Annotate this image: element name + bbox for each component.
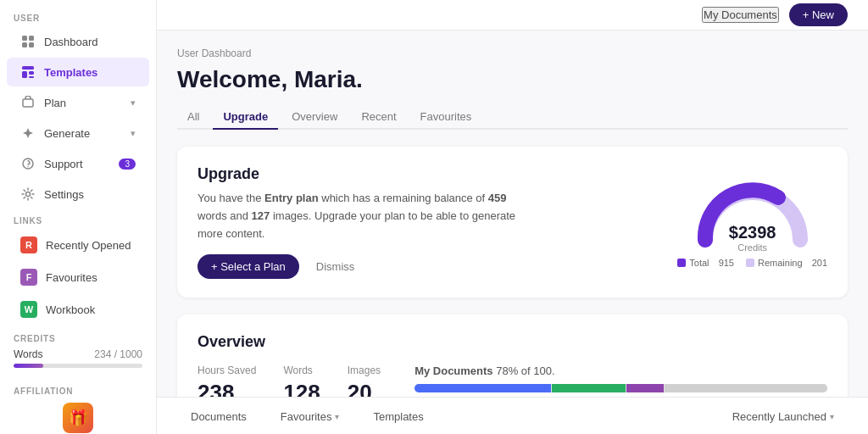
legend-total-dot	[677, 259, 686, 267]
stat-value: 20	[348, 380, 381, 397]
svg-point-10	[27, 166, 28, 167]
sidebar-item-recently-opened[interactable]: R Recently Opened	[7, 230, 149, 260]
sidebar-item-label: Templates	[44, 66, 97, 79]
pb-image	[552, 384, 626, 392]
chevron-down-icon: ▾	[131, 128, 136, 139]
donut-center: $2398 Credits	[729, 223, 776, 253]
pb-other	[665, 384, 827, 392]
donut-legend: Total 915 Remaining 201	[677, 258, 827, 268]
top-bar: My Documents + New	[157, 0, 868, 31]
tab-favourites[interactable]: Favourites	[410, 105, 482, 130]
svg-rect-3	[29, 42, 34, 47]
avatar-w: W	[20, 301, 37, 318]
avatar-r: R	[20, 236, 37, 253]
svg-rect-6	[29, 71, 34, 75]
chevron-down-icon: ▾	[830, 412, 834, 421]
svg-rect-5	[22, 71, 27, 78]
upgrade-card: Upgrade You have the Entry plan which ha…	[177, 147, 848, 298]
upgrade-title: Upgrade	[198, 165, 643, 183]
bottom-tab-documents[interactable]: Documents	[174, 398, 264, 434]
legend-remaining: Remaining 201	[746, 258, 827, 268]
tab-recent[interactable]: Recent	[351, 105, 406, 130]
bottom-tab-favourites[interactable]: Favourites ▾	[264, 398, 357, 434]
progress-bar	[415, 384, 827, 392]
tab-overview[interactable]: Overview	[281, 105, 348, 130]
legend-remaining-value: 201	[812, 258, 827, 268]
tab-upgrade[interactable]: Upgrade	[213, 105, 278, 130]
svg-rect-4	[22, 66, 34, 70]
chevron-down-icon: ▾	[335, 412, 339, 421]
my-documents-button[interactable]: My Documents	[702, 7, 779, 23]
new-button[interactable]: + New	[789, 3, 848, 26]
sidebar-settings-label: Settings	[44, 188, 84, 201]
bottom-tab-recently-launched[interactable]: Recently Launched ▾	[715, 398, 851, 434]
bottom-tab-favourites-label: Favourites	[281, 410, 332, 423]
legend-total-value: 915	[719, 258, 734, 268]
sidebar-section-links: LINKS	[0, 209, 156, 229]
sidebar-item-label: Dashboard	[44, 36, 98, 48]
sidebar-item-settings[interactable]: Settings	[7, 180, 149, 209]
bottom-tab-templates[interactable]: Templates	[356, 398, 440, 434]
select-plan-button[interactable]: + Select a Plan	[198, 254, 299, 279]
sidebar-item-label: Generate	[44, 127, 90, 140]
avatar-f: F	[20, 269, 37, 286]
svg-rect-8	[23, 99, 33, 107]
docs-progress-header: My Documents 78% of 100.	[415, 364, 827, 377]
bottom-tab-templates-label: Templates	[373, 410, 423, 423]
svg-rect-0	[22, 36, 27, 41]
stat-hours-saved: Hours Saved 238	[198, 364, 256, 397]
svg-rect-2	[22, 42, 27, 47]
sidebar-item-templates[interactable]: Templates	[7, 58, 149, 86]
docs-progress-title: My Documents	[415, 364, 492, 377]
affiliation-label: AFFILIATION	[14, 387, 142, 396]
stat-value: 128	[283, 380, 320, 397]
pb-code	[626, 384, 664, 392]
upgrade-text: Upgrade You have the Entry plan which ha…	[198, 165, 643, 279]
credits-bar	[14, 364, 142, 368]
content-area: User Dashboard Welcome, Maria. All Upgra…	[157, 31, 868, 397]
template-icon	[20, 64, 36, 80]
tab-all[interactable]: All	[177, 105, 209, 130]
sidebar-support-label: Support	[44, 158, 83, 170]
sidebar-item-plan[interactable]: Plan ▾	[7, 88, 149, 117]
gear-icon	[20, 186, 36, 202]
legend-total: Total 915	[677, 258, 734, 268]
sidebar-item-workbook[interactable]: W Workbook	[7, 294, 149, 325]
sidebar-section-user: USER	[0, 7, 156, 26]
tabs-container: All Upgrade Overview Recent Favourites	[177, 105, 848, 130]
stat-words: Words 128	[283, 364, 320, 397]
support-badge: 3	[119, 159, 136, 170]
bottom-tabs: Documents Favourites ▾ Templates Recentl…	[157, 397, 868, 434]
credits-words-label: Words	[14, 348, 42, 360]
overview-body: Hours Saved 238 Words 128 Images 20 My D…	[198, 364, 827, 397]
dismiss-button[interactable]: Dismiss	[308, 254, 364, 279]
credits-words-display: 234 / 1000	[94, 348, 142, 360]
docs-progress: My Documents 78% of 100. Text 915	[415, 364, 827, 397]
sidebar-item-support[interactable]: Support 3	[7, 149, 149, 178]
main-content: My Documents + New User Dashboard Welcom…	[157, 0, 868, 434]
svg-point-11	[26, 192, 31, 197]
sidebar: USER Dashboard Templates	[0, 0, 157, 434]
legend-remaining-dot	[746, 259, 754, 267]
donut-chart-container: $2398 Credits Total 915 Remaining 201	[677, 176, 827, 268]
credits-section-label: CREDITS	[14, 334, 142, 343]
grid-icon	[20, 34, 36, 49]
pb-text	[415, 384, 551, 392]
sidebar-item-favourites[interactable]: F Favourites	[7, 262, 149, 292]
donut-chart: $2398 Credits	[693, 176, 812, 253]
breadcrumb: User Dashboard	[177, 47, 848, 59]
sidebar-item-dashboard[interactable]: Dashboard	[7, 27, 149, 56]
stat-label: Words	[283, 364, 320, 376]
stat-label: Hours Saved	[198, 364, 256, 376]
sidebar-link-label: Recently Opened	[46, 239, 131, 252]
legend-remaining-label: Remaining	[758, 258, 803, 268]
affiliation-section: AFFILIATION 🎁 Invite your friend and get…	[0, 378, 156, 434]
donut-label: Credits	[729, 242, 776, 253]
plan-icon	[20, 95, 36, 110]
sidebar-item-generate[interactable]: Generate ▾	[7, 119, 149, 147]
legend-total-label: Total	[689, 258, 709, 268]
donut-amount: $2398	[729, 223, 776, 242]
upgrade-desc: You have the Entry plan which has a rema…	[198, 190, 537, 242]
svg-rect-1	[29, 36, 34, 41]
sidebar-link-label: Workbook	[46, 303, 95, 316]
